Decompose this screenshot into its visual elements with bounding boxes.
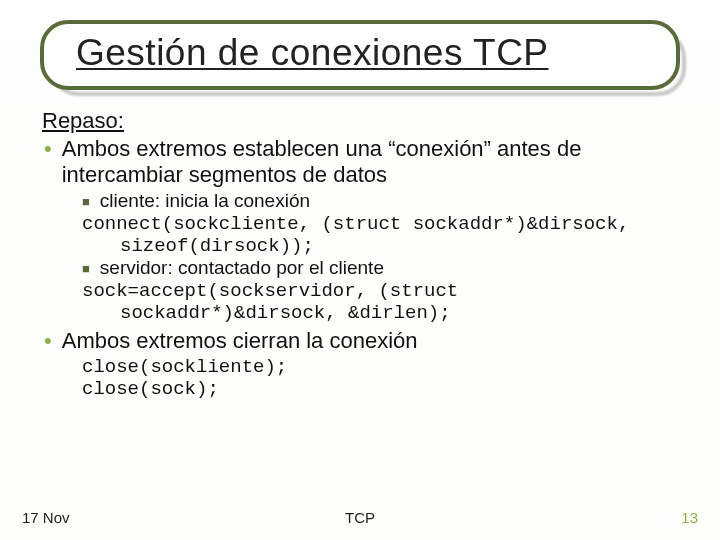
bullet-level1: • Ambos extremos establecen una “conexió… <box>44 136 678 188</box>
slide-title-frame: Gestión de conexiones TCP <box>40 20 680 90</box>
sub-block: ■ cliente: inicia la conexión connect(so… <box>82 190 678 324</box>
sub-block: close(sockliente); close(sock); <box>82 356 678 400</box>
bullet-text: cliente: inicia la conexión <box>100 190 678 213</box>
footer-page-number: 13 <box>681 509 698 526</box>
code-line: close(sockliente); <box>82 356 678 378</box>
code-line: sockaddr*)&dirsock, &dirlen); <box>82 302 678 324</box>
slide-title: Gestión de conexiones TCP <box>76 32 644 74</box>
bullet-text: Ambos extremos cierran la conexión <box>62 328 678 354</box>
code-line: sizeof(dirsock)); <box>82 235 678 257</box>
slide-content: Repaso: • Ambos extremos establecen una … <box>0 108 720 400</box>
bullet-level1: • Ambos extremos cierran la conexión <box>44 328 678 354</box>
bullet-dot-icon: • <box>44 136 52 188</box>
slide-footer: 17 Nov TCP 13 <box>0 509 720 526</box>
bullet-dot-icon: • <box>44 328 52 354</box>
code-line: close(sock); <box>82 378 678 400</box>
bullet-square-icon: ■ <box>82 190 90 213</box>
bullet-square-icon: ■ <box>82 257 90 280</box>
bullet-level2: ■ servidor: contactado por el cliente <box>82 257 678 280</box>
bullet-level2: ■ cliente: inicia la conexión <box>82 190 678 213</box>
footer-date: 17 Nov <box>22 509 70 526</box>
code-line: sock=accept(sockservidor, (struct <box>82 280 678 302</box>
bullet-text: servidor: contactado por el cliente <box>100 257 678 280</box>
section-heading: Repaso: <box>42 108 678 134</box>
footer-topic: TCP <box>345 509 375 526</box>
bullet-text: Ambos extremos establecen una “conexión”… <box>62 136 678 188</box>
title-box: Gestión de conexiones TCP <box>40 20 680 90</box>
code-line: connect(sockcliente, (struct sockaddr*)&… <box>82 213 678 235</box>
